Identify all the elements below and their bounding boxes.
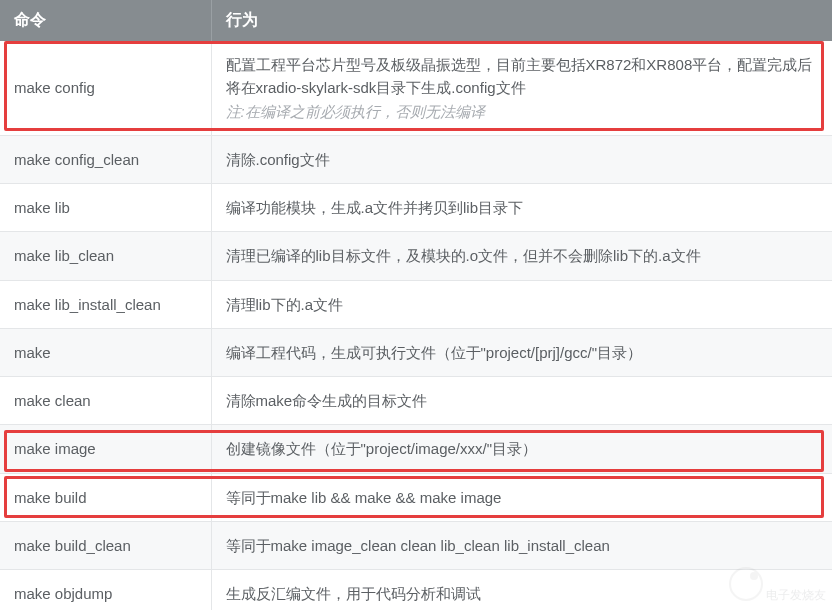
header-behavior: 行为 <box>211 0 832 41</box>
desc-cell: 等同于make image_clean clean lib_clean lib_… <box>211 521 832 569</box>
header-command: 命令 <box>0 0 211 41</box>
cmd-cell: make objdump <box>0 570 211 611</box>
table-row: make config_clean 清除.config文件 <box>0 135 832 183</box>
make-commands-table: 命令 行为 make config 配置工程平台芯片型号及板级晶振选型，目前主要… <box>0 0 832 610</box>
table-row: make image 创建镜像文件（位于"project/image/xxx/"… <box>0 425 832 473</box>
table-row: make build 等同于make lib && make && make i… <box>0 473 832 521</box>
table-row: make lib_install_clean 清理lib下的.a文件 <box>0 280 832 328</box>
desc-cell: 配置工程平台芯片型号及板级晶振选型，目前主要包括XR872和XR808平台，配置… <box>211 41 832 135</box>
cmd-cell: make lib_clean <box>0 232 211 280</box>
desc-cell: 清除make命令生成的目标文件 <box>211 377 832 425</box>
cmd-cell: make lib <box>0 184 211 232</box>
cmd-cell: make clean <box>0 377 211 425</box>
cmd-cell: make config <box>0 41 211 135</box>
table-row: make 编译工程代码，生成可执行文件（位于"project/[prj]/gcc… <box>0 328 832 376</box>
cmd-cell: make <box>0 328 211 376</box>
desc-cell: 等同于make lib && make && make image <box>211 473 832 521</box>
desc-cell: 编译工程代码，生成可执行文件（位于"project/[prj]/gcc/"目录） <box>211 328 832 376</box>
desc-cell: 清除.config文件 <box>211 135 832 183</box>
table-row: make config 配置工程平台芯片型号及板级晶振选型，目前主要包括XR87… <box>0 41 832 135</box>
table-row: make objdump 生成反汇编文件，用于代码分析和调试 <box>0 570 832 611</box>
cmd-cell: make build_clean <box>0 521 211 569</box>
cmd-cell: make image <box>0 425 211 473</box>
desc-cell: 清理lib下的.a文件 <box>211 280 832 328</box>
cmd-cell: make build <box>0 473 211 521</box>
cmd-cell: make lib_install_clean <box>0 280 211 328</box>
note-text: 注:在编译之前必须执行，否则无法编译 <box>226 103 485 120</box>
table-row: make clean 清除make命令生成的目标文件 <box>0 377 832 425</box>
desc-cell: 编译功能模块，生成.a文件并拷贝到lib目录下 <box>211 184 832 232</box>
desc-cell: 创建镜像文件（位于"project/image/xxx/"目录） <box>211 425 832 473</box>
table-row: make build_clean 等同于make image_clean cle… <box>0 521 832 569</box>
desc-text: 配置工程平台芯片型号及板级晶振选型，目前主要包括XR872和XR808平台，配置… <box>226 56 813 96</box>
cmd-cell: make config_clean <box>0 135 211 183</box>
table-row: make lib_clean 清理已编译的lib目标文件，及模块的.o文件，但并… <box>0 232 832 280</box>
table-header-row: 命令 行为 <box>0 0 832 41</box>
desc-cell: 清理已编译的lib目标文件，及模块的.o文件，但并不会删除lib下的.a文件 <box>211 232 832 280</box>
table-row: make lib 编译功能模块，生成.a文件并拷贝到lib目录下 <box>0 184 832 232</box>
desc-cell: 生成反汇编文件，用于代码分析和调试 <box>211 570 832 611</box>
